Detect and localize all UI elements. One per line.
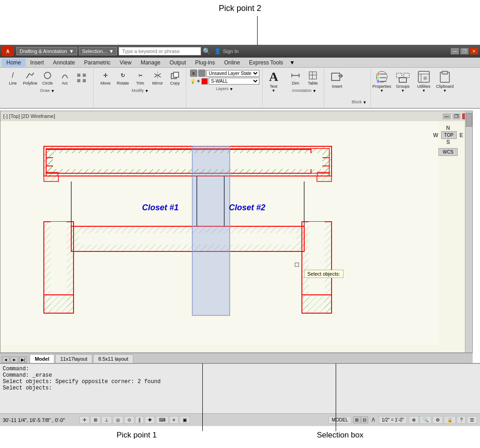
trim-tool[interactable]: ✂ Trim	[132, 69, 148, 86]
utilities-tool[interactable]: Utilities ▼	[414, 69, 434, 107]
groups-tool[interactable]: Groups ▼	[393, 69, 413, 107]
vp-btn1[interactable]: ⊞	[353, 416, 360, 423]
tab-layout1[interactable]: 11x17layout	[55, 354, 92, 363]
clipboard-tool[interactable]: Clipboard ▼	[435, 69, 455, 107]
circle-tool[interactable]: Circle	[39, 69, 56, 86]
viewport-header: [-] [Top] [2D Wireframe] — ❐ ✕	[0, 111, 472, 121]
scrollbar-vertical[interactable]	[465, 111, 472, 352]
snap-btn[interactable]: ✛	[79, 416, 90, 424]
viewport[interactable]: [-] [Top] [2D Wireframe] — ❐ ✕	[0, 111, 473, 353]
lw-btn[interactable]: ≡	[169, 416, 179, 424]
scrollbar-thumb-v[interactable]	[466, 113, 472, 127]
tab-layout2[interactable]: 8.5x11 layout	[93, 354, 133, 363]
menu-plugins[interactable]: Plug-ins	[190, 59, 219, 67]
outer-frame: Pick point 2 A Drafting & Annotation ▼ S…	[0, 0, 480, 448]
selection-dropdown[interactable]: Selection... ▼	[79, 47, 117, 55]
modify-expand-icon[interactable]: ▼	[145, 89, 149, 93]
settings-btn[interactable]: ⚙	[433, 416, 443, 424]
selection-chevron: ▼	[109, 48, 114, 54]
tab-prev-btn[interactable]: ◄	[2, 357, 10, 363]
ducs-btn[interactable]: ✚	[145, 416, 155, 424]
tab-last-btn[interactable]: ▶|	[19, 357, 27, 363]
mirror-tool[interactable]: Mirror	[149, 69, 166, 86]
arc-tool[interactable]: Arc	[57, 69, 73, 86]
grid-btn[interactable]: ⊞	[90, 416, 100, 424]
table-tool[interactable]: Table	[305, 69, 321, 86]
otrack-btn[interactable]: ∥	[135, 416, 144, 424]
polyline-tool[interactable]: Polyline	[22, 69, 38, 86]
osnap-btn[interactable]: ⊙	[124, 416, 134, 424]
viewport-minimize-btn[interactable]: —	[443, 113, 451, 119]
dynin-btn[interactable]: ⌨	[156, 416, 169, 424]
utilities-expand-icon[interactable]: ▼	[422, 89, 426, 93]
menu-btn[interactable]: ☰	[467, 416, 477, 424]
expand-icon[interactable]: ▼	[290, 59, 295, 66]
lock-btn[interactable]: 🔒	[444, 416, 456, 424]
insert-tool[interactable]: Insert	[327, 69, 347, 107]
zoom-btn[interactable]: ⊕	[409, 416, 419, 424]
restore-button[interactable]: ❐	[460, 48, 469, 54]
text-expand-icon[interactable]: ▼	[272, 89, 275, 93]
menu-online[interactable]: Online	[220, 59, 245, 67]
menu-parametric[interactable]: Parametric	[79, 59, 115, 67]
dim-label: Dim	[292, 81, 299, 85]
dim-tool[interactable]: Dim	[287, 69, 304, 86]
help-btn[interactable]: ?	[457, 416, 466, 424]
groups-icon	[396, 69, 410, 84]
drawing-area[interactable]: Closet #1 Closet #2 Select objects:	[0, 121, 466, 353]
copy-tool[interactable]: Copy	[167, 69, 183, 86]
layer-state-dropdown[interactable]: Unsaved Layer State	[206, 70, 259, 77]
menu-insert[interactable]: Insert	[26, 59, 48, 67]
viewport-header-text: [-] [Top] [2D Wireframe]	[3, 113, 55, 119]
rotate-tool[interactable]: ↻ Rotate	[115, 69, 131, 86]
text-label: Text	[270, 84, 278, 89]
command-area[interactable]: Command: Command: _erase Select objects:…	[0, 363, 480, 413]
properties-tool[interactable]: Properties ▼	[372, 69, 392, 107]
trim-label: Trim	[136, 81, 144, 85]
move-tool[interactable]: ✛ Move	[97, 69, 114, 86]
tpt-btn[interactable]: ▣	[179, 416, 190, 424]
scale-display[interactable]: 1/2" = 1'-0"	[379, 416, 407, 424]
svg-rect-47	[322, 146, 332, 176]
ortho-btn[interactable]: ⊥	[101, 416, 112, 424]
more-draw-tool[interactable]	[74, 72, 90, 84]
draw-expand-icon[interactable]: ▼	[51, 89, 55, 93]
sign-in-label[interactable]: Sign In	[223, 48, 238, 54]
layers-expand-icon[interactable]: ▼	[229, 87, 233, 91]
search-btn[interactable]: 🔍	[420, 416, 432, 424]
tab-next-btn[interactable]: ►	[11, 357, 18, 363]
menu-annotate[interactable]: Annotate	[48, 59, 79, 67]
top-view-btn[interactable]: TOP	[441, 131, 457, 139]
tab-model[interactable]: Model	[30, 354, 54, 363]
block-expand-icon[interactable]: ▼	[363, 100, 367, 105]
menu-view[interactable]: View	[115, 59, 136, 67]
wcs-btn[interactable]: WCS	[438, 148, 457, 156]
annotation-expand-icon[interactable]: ▼	[312, 89, 316, 93]
text-tool[interactable]: A Text ▼	[264, 69, 284, 107]
svg-rect-3	[174, 72, 179, 77]
layer-name-dropdown[interactable]: S-WALL	[209, 78, 259, 85]
polar-btn[interactable]: ◎	[113, 416, 123, 424]
menu-output[interactable]: Output	[165, 59, 190, 67]
vp-btn2[interactable]: ⊟	[361, 416, 368, 423]
menu-manage[interactable]: Manage	[136, 59, 165, 67]
workspace-dropdown[interactable]: Drafting & Annotation ▼	[16, 47, 77, 55]
circle-icon	[42, 70, 53, 80]
search-input[interactable]	[119, 47, 201, 55]
right-tools: ⊕ 🔍 ⚙ 🔒 ? ☰	[409, 416, 477, 424]
properties-expand-icon[interactable]: ▼	[380, 89, 384, 93]
layer-color-swatch	[201, 78, 208, 85]
menu-express-tools[interactable]: Express Tools	[244, 59, 287, 67]
viewport-restore-btn[interactable]: ❐	[453, 113, 460, 119]
selection-box-label: Selection box	[317, 431, 364, 440]
tabs-bar: ◄ ► ▶| Model 11x17layout 8.5x11 layout	[0, 353, 473, 363]
more-draw-icon	[77, 73, 87, 83]
coordinates-display: 30'-11 1/4", 16'-5 7/8" , 0'-0"	[3, 417, 76, 423]
minimize-button[interactable]: —	[451, 48, 459, 54]
line-tool[interactable]: / Line	[5, 69, 21, 86]
menu-home[interactable]: Home	[2, 59, 26, 67]
groups-expand-icon[interactable]: ▼	[401, 89, 405, 93]
clipboard-expand-icon[interactable]: ▼	[443, 89, 447, 93]
close-button[interactable]: ✕	[470, 48, 478, 54]
model-label[interactable]: MODEL	[328, 416, 351, 424]
